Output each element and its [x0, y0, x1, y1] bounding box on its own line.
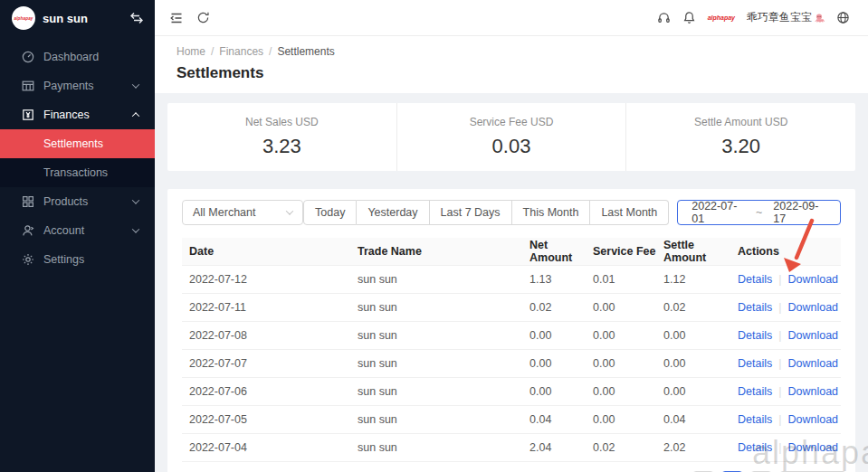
cell-trade-name: sun sun	[358, 293, 529, 321]
products-grid-icon	[22, 195, 34, 208]
cell-date: 2022-07-04	[182, 433, 358, 461]
cell-trade-name: sun sun	[358, 265, 529, 293]
sidebar-menu: Dashboard Payments Finances Settlements …	[0, 36, 155, 274]
sidebar-item-label: Finances	[43, 109, 124, 121]
cell-settle-amount: 1.12	[663, 265, 738, 293]
range-lastmonth-button[interactable]: Last Month	[590, 200, 669, 225]
sidebar-item-settlements[interactable]: Settlements	[0, 129, 155, 158]
topbar: alphapay 乖巧章鱼宝宝	[155, 0, 868, 36]
download-link[interactable]: Download	[787, 385, 838, 398]
range-last7days-button[interactable]: Last 7 Days	[430, 200, 512, 225]
action-divider: |	[778, 441, 781, 454]
range-today-button[interactable]: Today	[303, 200, 357, 225]
breadcrumb-home[interactable]: Home	[176, 45, 205, 58]
menu-fold-icon[interactable]	[169, 11, 184, 25]
cell-actions: Details|Download	[738, 321, 841, 349]
cell-date: 2022-07-11	[182, 293, 358, 321]
chevron-down-icon	[132, 80, 139, 88]
details-link[interactable]: Details	[738, 357, 772, 370]
cell-net-amount: 2.04	[529, 433, 593, 461]
sidebar-item-label: Products	[43, 195, 124, 208]
stat-net-sales: Net Sales USD 3.23	[167, 103, 396, 171]
cell-actions: Details|Download	[738, 405, 841, 433]
range-thismonth-button[interactable]: This Month	[512, 200, 591, 225]
finances-book-icon	[22, 109, 34, 121]
date-range-start: 2022-07-01	[692, 200, 745, 225]
date-range-separator: ~	[756, 206, 762, 219]
sidebar-item-finances[interactable]: Finances	[0, 100, 155, 129]
download-link[interactable]: Download	[787, 273, 838, 286]
dashboard-icon	[22, 51, 34, 63]
stat-service-fee: Service Fee USD 0.03	[396, 103, 626, 171]
table-row: 2022-07-05 sun sun 0.04 0.00 0.04 Detail…	[182, 405, 841, 433]
download-link[interactable]: Download	[787, 357, 838, 370]
cell-settle-amount: 0.04	[663, 405, 738, 433]
merchant-name: sun sun	[43, 12, 123, 25]
action-divider: |	[778, 301, 781, 314]
action-divider: |	[778, 357, 781, 370]
sidebar-item-dashboard[interactable]: Dashboard	[0, 42, 155, 71]
cell-service-fee: 0.00	[593, 377, 663, 405]
cell-date: 2022-07-05	[182, 405, 358, 433]
sidebar-collapse-icon[interactable]	[130, 12, 143, 24]
action-divider: |	[778, 329, 781, 342]
action-divider: |	[778, 413, 781, 426]
download-link[interactable]: Download	[787, 441, 838, 454]
cell-net-amount: 1.13	[529, 265, 593, 293]
cell-service-fee: 0.00	[593, 293, 663, 321]
language-globe-icon[interactable]	[836, 11, 850, 24]
cell-net-amount: 0.04	[529, 405, 593, 433]
cell-net-amount: 0.00	[529, 349, 593, 377]
refresh-icon[interactable]	[196, 11, 210, 24]
notifications-bell-icon[interactable]	[682, 11, 696, 24]
sidebar-item-settings[interactable]: Settings	[0, 245, 155, 274]
quick-range-group: Today Yesterday Last 7 Days This Month L…	[303, 200, 669, 225]
details-link[interactable]: Details	[738, 273, 772, 286]
sidebar-item-payments[interactable]: Payments	[0, 71, 155, 100]
cell-service-fee: 0.02	[593, 433, 663, 461]
sidebar-item-label: Settings	[43, 253, 138, 266]
cell-trade-name: sun sun	[358, 405, 529, 433]
sidebar-item-account[interactable]: Account	[0, 216, 155, 245]
cell-actions: Details|Download	[738, 349, 841, 377]
details-link[interactable]: Details	[738, 329, 772, 342]
details-link[interactable]: Details	[738, 385, 772, 398]
account-user-icon	[22, 224, 34, 237]
stat-value: 3.20	[626, 135, 855, 158]
range-yesterday-button[interactable]: Yesterday	[357, 200, 429, 225]
table-row: 2022-07-06 sun sun 0.00 0.00 0.00 Detail…	[182, 377, 841, 405]
cell-settle-amount: 0.00	[663, 349, 738, 377]
settlements-table: Date Trade Name Net Amount Service Fee S…	[182, 238, 841, 462]
col-actions: Actions	[738, 238, 841, 265]
cell-date: 2022-07-12	[182, 265, 358, 293]
payments-table-icon	[22, 80, 34, 92]
breadcrumb-finances[interactable]: Finances	[219, 45, 263, 58]
action-divider: |	[778, 273, 781, 286]
details-link[interactable]: Details	[738, 441, 772, 454]
sidebar-item-products[interactable]: Products	[0, 187, 155, 216]
download-link[interactable]: Download	[787, 301, 838, 314]
download-link[interactable]: Download	[787, 329, 838, 342]
sidebar-item-transactions[interactable]: Transactions	[0, 158, 155, 187]
merchant-select[interactable]: All Merchant	[182, 200, 303, 225]
date-range-picker[interactable]: 2022-07-01 ~ 2022-09-17	[677, 200, 841, 225]
col-date: Date	[182, 238, 358, 265]
chevron-down-icon	[132, 225, 139, 232]
stat-label: Net Sales USD	[167, 116, 396, 128]
details-link[interactable]: Details	[738, 413, 772, 426]
cell-service-fee: 0.00	[593, 349, 663, 377]
stat-label: Settle Amount USD	[626, 116, 855, 128]
download-link[interactable]: Download	[787, 413, 838, 426]
breadcrumb-current: Settlements	[277, 45, 334, 58]
support-headset-icon[interactable]	[657, 11, 671, 24]
cell-service-fee: 0.00	[593, 405, 663, 433]
page-title: Settlements	[176, 64, 846, 82]
alphapay-logo: alphapay	[12, 6, 35, 30]
cell-actions: Details|Download	[738, 377, 841, 405]
cell-settle-amount: 0.00	[663, 377, 738, 405]
user-menu[interactable]: 乖巧章鱼宝宝	[747, 10, 825, 25]
details-link[interactable]: Details	[738, 301, 772, 314]
chevron-down-icon	[286, 207, 293, 214]
octopus-icon	[814, 13, 825, 24]
sidebar: alphapay sun sun Dashboard Payments Fina…	[0, 0, 155, 472]
